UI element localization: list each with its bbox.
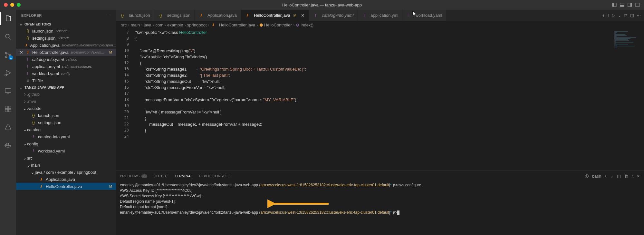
breadcrumb-item[interactable]: ⬢ HelloController (259, 23, 292, 27)
open-editor-item[interactable]: !application.ymlsrc/main/resources (16, 63, 116, 70)
run-dropdown-icon[interactable]: ⌄ (618, 13, 621, 18)
editor-tab[interactable]: !catalog-info.yaml (309, 10, 358, 21)
tree-item[interactable]: ⌄main (16, 162, 116, 169)
line-number[interactable]: 19 (116, 103, 129, 109)
line-number[interactable]: 7 (116, 29, 129, 35)
activity-search[interactable] (0, 30, 16, 43)
editor-tab[interactable]: !application.yml (358, 10, 402, 21)
editor-tab[interactable]: JHelloController.javaM✕ (241, 10, 309, 21)
terminal-profile-icon[interactable]: ⦿ (585, 174, 589, 179)
line-number[interactable]: 12 (116, 60, 129, 66)
breadcrumb-item[interactable]: JHelloController.java (211, 22, 255, 27)
breadcrumb-item[interactable]: springboot (187, 23, 207, 27)
project-header[interactable]: ⌄ TANZU-JAVA-WEB-APP (16, 84, 116, 91)
close-editor-icon[interactable]: ✕ (19, 50, 24, 55)
line-number[interactable]: 11 (116, 54, 129, 60)
tree-item[interactable]: ⌄src (16, 154, 116, 162)
split-terminal-icon[interactable]: ◫ (617, 174, 621, 179)
editor-action-t[interactable]: T (607, 13, 610, 18)
line-number[interactable]: 21 (116, 115, 129, 121)
open-editor-item[interactable]: {}launch.json.vscode (16, 27, 116, 34)
tree-item[interactable]: ⌄catalog (16, 126, 116, 133)
line-number[interactable]: 10 (116, 48, 129, 54)
run-icon[interactable]: ▷ (612, 13, 615, 18)
line-number[interactable]: 13 (116, 66, 129, 72)
tree-item[interactable]: ⌄.vscode (16, 105, 116, 112)
activity-extensions[interactable] (0, 103, 16, 115)
breadcrumb-item[interactable]: java (144, 23, 151, 27)
panel-tab-problems[interactable]: PROBLEMS 2 (120, 174, 147, 178)
line-number[interactable]: 16 (116, 84, 129, 91)
line-number[interactable]: 15 (116, 78, 129, 84)
line-number[interactable]: 14 (116, 72, 129, 78)
open-editor-item[interactable]: ✕JHelloController.javasrc/main/com/exam.… (16, 49, 116, 56)
terminal-name[interactable]: bash (592, 174, 601, 179)
new-terminal-icon[interactable]: + (604, 174, 607, 179)
open-editor-item[interactable]: !workload.yamlconfig (16, 70, 116, 77)
close-panel-icon[interactable]: ✕ (637, 174, 640, 179)
line-number[interactable]: 17 (116, 91, 129, 97)
line-number[interactable]: 8 (116, 35, 129, 42)
terminal-content[interactable]: emanley@emanley-a01:/Users/emanley/dev2/… (116, 181, 644, 235)
new-terminal-dropdown-icon[interactable]: ⌄ (610, 174, 614, 179)
panel-tab-debug-console[interactable]: DEBUG CONSOLE (199, 174, 230, 178)
code-editor[interactable]: 789101112131415161718192021222324 "kw">p… (116, 29, 644, 171)
kill-terminal-icon[interactable]: 🗑 (624, 174, 628, 179)
line-number[interactable]: 24 (116, 133, 129, 140)
tree-item[interactable]: ⌄config (16, 140, 116, 147)
code-content[interactable]: "kw">public "kw">class HelloController{ … (135, 29, 612, 171)
open-editor-item[interactable]: JApplication.javasrc/main/java/com/examp… (16, 42, 116, 49)
diff-icon[interactable]: ⇄ (624, 13, 628, 18)
tree-item[interactable]: !workload.yaml (16, 147, 116, 154)
editor-tab[interactable]: !workload.yaml (402, 10, 446, 21)
breadcrumb-item[interactable]: com (155, 23, 163, 27)
layout-customize-icon[interactable] (634, 2, 641, 8)
tree-item[interactable]: ⌄java / com / example / springboot (16, 169, 116, 176)
layout-sidebar-right-icon[interactable] (627, 2, 633, 8)
activity-remote[interactable] (0, 84, 16, 97)
open-editor-item[interactable]: {}settings.json.vscode (16, 34, 116, 42)
breadcrumb-item[interactable]: example (167, 23, 183, 27)
activity-docker[interactable] (0, 139, 16, 152)
open-editor-item[interactable]: ≡Tiltfile (16, 77, 116, 84)
panel-tab-output[interactable]: OUTPUT (154, 174, 168, 178)
breadcrumb-item[interactable]: src (121, 23, 127, 27)
line-number[interactable]: 18 (116, 97, 129, 103)
tree-item[interactable]: JApplication.java (16, 176, 116, 183)
minimap[interactable] (612, 29, 644, 171)
tree-item[interactable]: !catalog-info.yaml (16, 133, 116, 140)
layout-panel-icon[interactable] (619, 2, 625, 8)
tree-item[interactable]: JHelloController.javaM (16, 183, 116, 190)
activity-source-control[interactable]: 1 (0, 48, 16, 61)
activity-testing[interactable] (0, 121, 16, 133)
line-number[interactable]: 9 (116, 42, 129, 48)
panel-tab-terminal[interactable]: TERMINAL (175, 174, 193, 178)
more-actions-icon[interactable]: ⋯ (637, 13, 641, 18)
layout-sidebar-left-icon[interactable] (611, 2, 618, 8)
editor-tab[interactable]: JApplication.java (195, 10, 241, 21)
explorer-more-icon[interactable]: ⋯ (107, 13, 111, 17)
tree-item[interactable]: {}settings.json (16, 119, 116, 126)
activity-run-debug[interactable] (0, 66, 16, 79)
minimize-window-button[interactable] (10, 3, 14, 7)
tree-item[interactable]: {}launch.json (16, 112, 116, 119)
editor-tab[interactable]: {}settings.json (154, 10, 195, 21)
line-number[interactable]: 22 (116, 121, 129, 127)
split-editor-icon[interactable]: ◫ (630, 13, 634, 18)
editor-tab[interactable]: {}launch.json (116, 10, 154, 21)
breadcrumb-item[interactable]: ⊙ index() (296, 23, 313, 27)
breadcrumb-item[interactable]: main (131, 23, 140, 27)
maximize-window-button[interactable] (17, 3, 21, 7)
close-window-button[interactable] (4, 3, 8, 7)
tree-item[interactable]: ›.github (16, 91, 116, 98)
open-editor-item[interactable]: !catalog-info.yamlcatalog (16, 56, 116, 63)
breadcrumbs[interactable]: src›main›java›com›example›springboot›JHe… (116, 21, 644, 29)
activity-explorer[interactable] (0, 12, 16, 25)
line-number[interactable]: 20 (116, 109, 129, 115)
maximize-panel-icon[interactable]: ^ (631, 174, 633, 179)
close-tab-icon[interactable]: ✕ (301, 13, 305, 18)
line-number[interactable]: 23 (116, 127, 129, 133)
open-editors-header[interactable]: ⌄ OPEN EDITORS (16, 21, 116, 27)
tree-item[interactable]: ›.mvn (16, 98, 116, 105)
toggle-sidebar-icon[interactable]: ⫞ (602, 13, 604, 18)
